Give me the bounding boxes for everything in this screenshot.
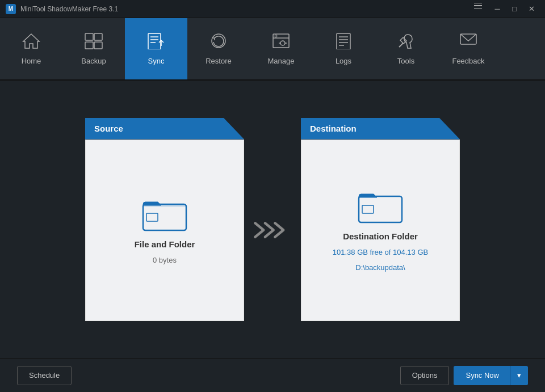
source-subtitle: 0 bytes bbox=[153, 256, 177, 264]
nav-logs[interactable]: Logs bbox=[312, 18, 375, 79]
source-panel-header: Source bbox=[85, 118, 244, 140]
main-content: Source File and Folder 0 bytes Destinati… bbox=[0, 81, 545, 358]
svg-rect-10 bbox=[273, 34, 289, 48]
manage-icon bbox=[271, 32, 291, 52]
tools-label: Tools bbox=[397, 57, 414, 65]
titlebar-left: M MiniTool ShadowMaker Free 3.1 bbox=[6, 4, 118, 14]
svg-rect-23 bbox=[143, 204, 186, 230]
svg-rect-16 bbox=[337, 33, 350, 49]
source-folder-icon bbox=[142, 196, 187, 233]
svg-line-21 bbox=[399, 43, 403, 47]
destination-panel-header: Destination bbox=[301, 118, 460, 140]
feedback-label: Feedback bbox=[452, 57, 484, 65]
destination-free-space: 101.38 GB free of 104.13 GB bbox=[333, 248, 428, 256]
restore-label: Restore bbox=[206, 57, 232, 65]
svg-rect-4 bbox=[148, 33, 161, 49]
feedback-icon bbox=[459, 32, 478, 52]
sync-now-group: Sync Now ▾ bbox=[454, 366, 528, 385]
backup-icon bbox=[84, 32, 103, 52]
titlebar-controls: ─ □ ✕ bbox=[474, 3, 539, 15]
svg-rect-1 bbox=[94, 33, 102, 40]
svg-rect-26 bbox=[362, 205, 374, 213]
nav-feedback[interactable]: Feedback bbox=[437, 18, 500, 79]
svg-rect-3 bbox=[94, 42, 102, 49]
source-header-label: Source bbox=[94, 124, 123, 133]
manage-label: Manage bbox=[268, 57, 295, 65]
bottombar: Schedule Options Sync Now ▾ bbox=[0, 358, 545, 392]
nav-restore[interactable]: Restore bbox=[187, 18, 250, 79]
close-button[interactable]: ✕ bbox=[523, 3, 539, 15]
nav-home[interactable]: Home bbox=[0, 18, 62, 79]
tools-icon bbox=[396, 32, 416, 52]
sync-now-button[interactable]: Sync Now bbox=[454, 366, 511, 385]
home-label: Home bbox=[22, 57, 41, 65]
maximize-button[interactable]: □ bbox=[506, 3, 522, 15]
app-logo: M bbox=[6, 4, 16, 14]
nav-sync[interactable]: Sync bbox=[125, 18, 187, 79]
sync-label: Sync bbox=[148, 57, 165, 65]
sync-arrows bbox=[244, 216, 301, 245]
destination-folder-icon bbox=[358, 188, 403, 225]
sync-now-dropdown-button[interactable]: ▾ bbox=[511, 366, 528, 385]
svg-rect-24 bbox=[146, 213, 158, 221]
titlebar: M MiniTool ShadowMaker Free 3.1 ─ □ ✕ bbox=[0, 0, 545, 18]
sync-icon bbox=[146, 32, 166, 52]
backup-label: Backup bbox=[81, 57, 106, 65]
svg-rect-25 bbox=[359, 196, 402, 222]
svg-rect-0 bbox=[85, 33, 93, 40]
nav-tools[interactable]: Tools bbox=[375, 18, 437, 79]
nav-manage[interactable]: Manage bbox=[250, 18, 312, 79]
navbar: Home Backup Sync bbox=[0, 18, 545, 81]
home-icon bbox=[22, 32, 40, 52]
options-button[interactable]: Options bbox=[400, 366, 450, 385]
destination-path: D:\backupdata\ bbox=[355, 263, 405, 272]
destination-title: Destination Folder bbox=[343, 231, 418, 241]
minimize-button[interactable]: ─ bbox=[489, 3, 505, 15]
right-buttons: Options Sync Now ▾ bbox=[400, 366, 528, 385]
destination-header-label: Destination bbox=[310, 124, 357, 133]
hamburger-menu[interactable] bbox=[474, 3, 482, 15]
forward-arrows-icon bbox=[253, 216, 292, 245]
app-title: MiniTool ShadowMaker Free 3.1 bbox=[20, 5, 118, 13]
source-title: File and Folder bbox=[135, 239, 195, 249]
nav-backup[interactable]: Backup bbox=[62, 18, 125, 79]
logs-icon bbox=[334, 32, 353, 52]
logs-label: Logs bbox=[336, 57, 351, 65]
svg-point-13 bbox=[280, 41, 285, 45]
schedule-button[interactable]: Schedule bbox=[17, 366, 72, 385]
svg-rect-2 bbox=[85, 42, 93, 49]
svg-point-12 bbox=[275, 35, 277, 37]
restore-icon bbox=[209, 32, 228, 52]
source-panel-body[interactable]: File and Folder 0 bytes bbox=[85, 140, 244, 321]
destination-panel-body[interactable]: Destination Folder 101.38 GB free of 104… bbox=[301, 140, 460, 321]
destination-panel-wrapper: Destination Destination Folder 101.38 GB… bbox=[301, 118, 460, 321]
source-panel-wrapper: Source File and Folder 0 bytes bbox=[85, 118, 244, 321]
